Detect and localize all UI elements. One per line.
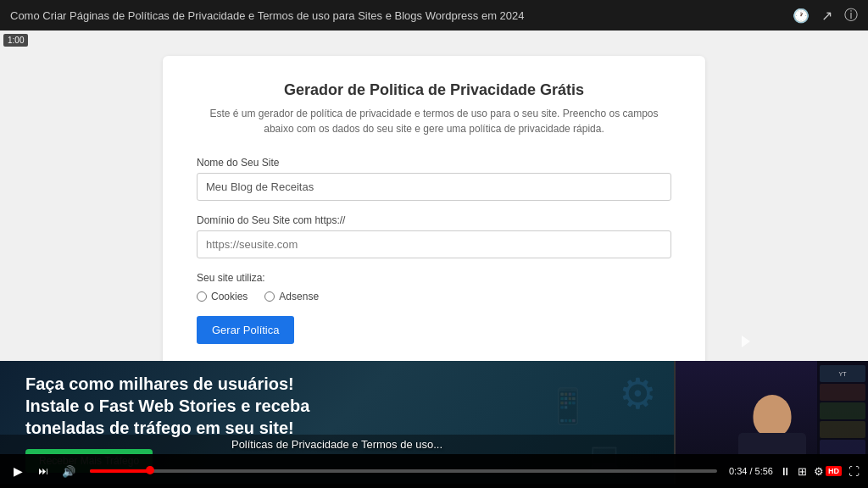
banner-title-line2: Instale o Fast Web Stories e receba: [25, 396, 309, 415]
time-badge: 1:00: [3, 34, 28, 47]
quality-badge: HD: [826, 466, 842, 476]
progress-bar[interactable]: [90, 469, 717, 473]
controls-bar: ▶ ⏭ 🔊 0:34 / 5:56 ⏸ ⊞ ⚙ HD ⛶: [0, 454, 868, 488]
volume-button[interactable]: 🔊: [59, 462, 78, 480]
domain-input[interactable]: [197, 230, 671, 258]
adsense-option[interactable]: Adsense: [264, 291, 319, 302]
page-heading: Gerador de Politica de Privacidade Gráti…: [197, 81, 671, 99]
next-button[interactable]: ⏭: [34, 462, 53, 480]
play-button[interactable]: ▶: [8, 462, 27, 480]
time-current: 0:34: [729, 466, 747, 476]
pause-icon[interactable]: ⏸: [780, 465, 791, 478]
video-title: Como Criar Páginas de Políticas de Priva…: [10, 9, 793, 22]
banner-title-line1: Faça como milhares de usuários!: [25, 374, 294, 393]
domain-group: Domínio do Seu Site com https://: [197, 214, 671, 258]
share-icon[interactable]: ↗: [821, 8, 832, 24]
cookies-radio[interactable]: [197, 291, 207, 302]
title-bar-icons: 🕐 ↗ ⓘ: [793, 7, 858, 25]
form-card: Gerador de Politica de Privacidade Gráti…: [163, 56, 705, 369]
progress-thumb: [146, 466, 154, 474]
cookies-option[interactable]: Cookies: [197, 291, 248, 302]
clock-icon[interactable]: 🕐: [793, 8, 810, 24]
time-total: 5:56: [755, 466, 773, 476]
title-bar: Como Criar Páginas de Políticas de Priva…: [0, 0, 868, 30]
person-head: [753, 395, 791, 437]
quality-container: ⚙ HD: [814, 465, 842, 478]
site-name-label: Nome do Seu Site: [197, 157, 671, 169]
cookies-label: Cookies: [211, 291, 248, 302]
info-icon[interactable]: ⓘ: [844, 7, 858, 25]
video-content: Gerador de Politica de Privacidade Gráti…: [0, 30, 868, 361]
settings-icon[interactable]: ⚙: [814, 465, 824, 478]
fullscreen-icon[interactable]: ⛶: [849, 465, 860, 478]
progress-fill: [90, 469, 150, 473]
video-area: 1:00 Gerador de Politica de Privacidade …: [0, 30, 868, 488]
site-name-group: Nome do Seu Site: [197, 157, 671, 201]
gerar-button[interactable]: Gerar Política: [197, 316, 294, 344]
adsense-label: Adsense: [279, 291, 319, 302]
banner-title-line3: toneladas de tráfego em seu site!: [25, 419, 294, 437]
captions-icon[interactable]: ⊞: [798, 465, 807, 478]
banner-title: Faça como milhares de usuários! Instale …: [25, 373, 309, 439]
domain-label: Domínio do Seu Site com https://: [197, 214, 671, 226]
uses-label: Seu site utiliza:: [197, 272, 671, 284]
time-display: 0:34 / 5:56: [729, 466, 773, 476]
checkboxes: Cookies Adsense: [197, 291, 671, 302]
page-subheading: Este é um gerador de política de privaci…: [197, 106, 671, 136]
site-name-input[interactable]: [197, 173, 671, 201]
adsense-radio[interactable]: [264, 291, 275, 302]
controls-right: ⏸ ⊞ ⚙ HD ⛶: [780, 465, 860, 478]
